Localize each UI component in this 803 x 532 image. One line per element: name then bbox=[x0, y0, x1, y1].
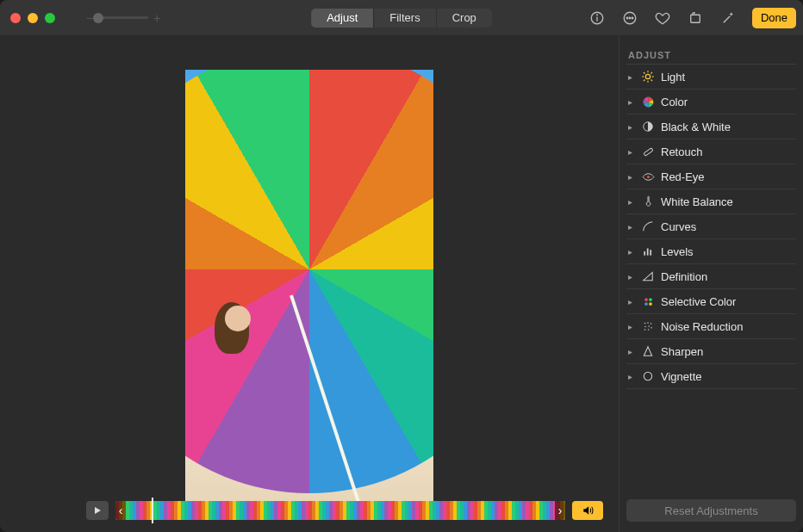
svg-point-2 bbox=[597, 14, 598, 15]
zoom-out-icon: − bbox=[86, 12, 93, 24]
adjustment-row-levels[interactable]: ▸Levels bbox=[626, 239, 796, 264]
adjustment-row-light[interactable]: ▸Light bbox=[626, 65, 796, 90]
adjustment-row-color[interactable]: ▸Color bbox=[626, 90, 796, 114]
palette-icon bbox=[641, 294, 655, 308]
minimize-window-button[interactable] bbox=[28, 13, 38, 23]
zoom-track[interactable] bbox=[98, 16, 148, 19]
sharpen-icon bbox=[641, 344, 655, 358]
eye-icon bbox=[641, 170, 655, 183]
half-circle-icon bbox=[641, 120, 655, 133]
svg-point-27 bbox=[649, 298, 652, 301]
favorite-icon[interactable] bbox=[654, 9, 671, 27]
adjustment-label: Curves bbox=[661, 220, 696, 233]
disclosure-icon: ▸ bbox=[628, 172, 635, 182]
filmstrip[interactable]: ‹ › bbox=[115, 501, 565, 520]
tab-adjust[interactable]: Adjust bbox=[311, 9, 373, 28]
svg-point-38 bbox=[644, 372, 651, 380]
adjustments-sidebar: ADJUST ▸Light▸Color▸Black & White▸Retouc… bbox=[619, 36, 803, 532]
adjustment-row-black-white[interactable]: ▸Black & White bbox=[626, 114, 796, 139]
adjustment-row-red-eye[interactable]: ▸Red-Eye bbox=[626, 164, 796, 189]
disclosure-icon: ▸ bbox=[628, 197, 635, 207]
trim-start-handle[interactable]: ‹ bbox=[115, 501, 126, 520]
svg-line-14 bbox=[651, 80, 652, 81]
window-controls bbox=[10, 13, 55, 23]
info-icon[interactable] bbox=[588, 9, 606, 27]
svg-point-6 bbox=[632, 17, 633, 19]
svg-point-31 bbox=[647, 322, 649, 324]
playhead[interactable] bbox=[152, 498, 153, 523]
svg-rect-23 bbox=[644, 251, 645, 256]
svg-rect-7 bbox=[691, 15, 700, 22]
triangle-icon bbox=[641, 269, 655, 283]
adjustment-label: White Balance bbox=[661, 195, 733, 208]
svg-line-13 bbox=[644, 72, 644, 73]
adjustment-label: Noise Reduction bbox=[661, 320, 743, 333]
color-wheel-icon bbox=[641, 95, 655, 108]
disclosure-icon: ▸ bbox=[628, 322, 635, 331]
adjustment-row-noise-reduction[interactable]: ▸Noise Reduction bbox=[626, 314, 796, 339]
edit-mode-segmented: Adjust Filters Crop bbox=[311, 9, 492, 28]
disclosure-icon: ▸ bbox=[628, 347, 635, 356]
svg-point-26 bbox=[644, 298, 648, 301]
zoom-in-icon: + bbox=[153, 12, 160, 24]
adjustment-row-retouch[interactable]: ▸Retouch bbox=[626, 139, 796, 164]
close-window-button[interactable] bbox=[10, 13, 21, 23]
levels-icon bbox=[641, 244, 655, 258]
done-button[interactable]: Done bbox=[752, 8, 796, 28]
trim-end-handle[interactable]: › bbox=[555, 501, 565, 520]
toolbar-right: Done bbox=[588, 8, 796, 28]
adjustment-label: Vignette bbox=[661, 370, 701, 383]
svg-point-8 bbox=[645, 74, 650, 78]
svg-point-32 bbox=[650, 323, 652, 325]
disclosure-icon: ▸ bbox=[628, 222, 635, 232]
sun-icon bbox=[641, 70, 655, 84]
adjustment-row-white-balance[interactable]: ▸White Balance bbox=[626, 189, 796, 214]
zoom-window-button[interactable] bbox=[45, 13, 55, 23]
disclosure-icon: ▸ bbox=[628, 72, 635, 82]
zoom-slider[interactable]: − + bbox=[86, 12, 160, 24]
adjustment-row-sharpen[interactable]: ▸Sharpen bbox=[626, 339, 796, 364]
svg-point-5 bbox=[629, 17, 631, 19]
autoenhance-icon[interactable] bbox=[719, 9, 737, 27]
svg-rect-21 bbox=[643, 147, 652, 156]
adjustment-label: Color bbox=[661, 96, 688, 108]
more-icon[interactable] bbox=[621, 9, 638, 27]
adjustment-label: Levels bbox=[661, 245, 694, 258]
svg-line-16 bbox=[651, 72, 652, 73]
vignette-icon bbox=[641, 369, 655, 383]
disclosure-icon: ▸ bbox=[628, 247, 635, 257]
zoom-thumb[interactable] bbox=[93, 13, 103, 23]
svg-point-37 bbox=[648, 329, 650, 331]
curves-icon bbox=[641, 220, 655, 233]
adjustment-row-selective-color[interactable]: ▸Selective Color bbox=[626, 289, 796, 314]
disclosure-icon: ▸ bbox=[628, 372, 635, 381]
svg-point-4 bbox=[626, 17, 628, 19]
adjustment-row-vignette[interactable]: ▸Vignette bbox=[626, 364, 796, 389]
app-window: − + Adjust Filters Crop bbox=[0, 0, 803, 532]
svg-point-34 bbox=[648, 325, 650, 327]
photo-person bbox=[216, 306, 294, 452]
sidebar-title: ADJUST bbox=[626, 45, 796, 65]
svg-point-35 bbox=[650, 327, 652, 329]
reset-adjustments-button[interactable]: Reset Adjustments bbox=[626, 499, 796, 522]
svg-point-28 bbox=[644, 302, 648, 306]
rotate-icon[interactable] bbox=[687, 9, 704, 27]
tab-filters[interactable]: Filters bbox=[373, 9, 435, 28]
photo-preview[interactable] bbox=[185, 70, 433, 504]
adjustment-label: Selective Color bbox=[661, 295, 736, 308]
play-button[interactable] bbox=[86, 501, 109, 520]
audio-toggle-button[interactable] bbox=[572, 501, 603, 520]
preview-area: ‹ › bbox=[0, 36, 619, 532]
svg-point-22 bbox=[646, 175, 649, 177]
bandage-icon bbox=[641, 145, 655, 158]
svg-point-29 bbox=[649, 302, 652, 306]
adjustment-row-curves[interactable]: ▸Curves bbox=[626, 214, 796, 239]
tab-crop[interactable]: Crop bbox=[436, 9, 492, 28]
adjustment-label: Black & White bbox=[661, 121, 731, 133]
titlebar: − + Adjust Filters Crop bbox=[0, 0, 803, 36]
adjustment-label: Red-Eye bbox=[661, 170, 705, 183]
svg-rect-24 bbox=[647, 249, 649, 256]
adjustment-label: Sharpen bbox=[661, 345, 703, 358]
noise-icon bbox=[641, 319, 655, 333]
adjustment-row-definition[interactable]: ▸Definition bbox=[626, 264, 796, 289]
